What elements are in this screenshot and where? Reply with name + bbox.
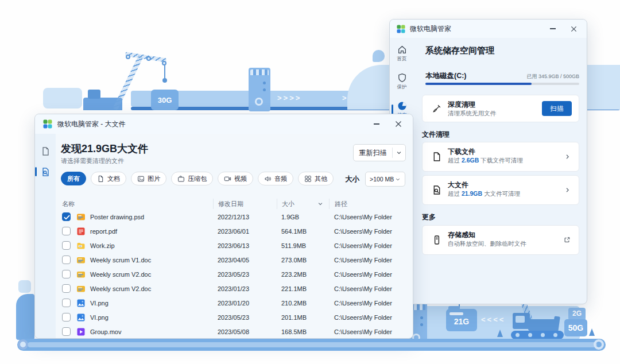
file-name: Poster drawing.psd xyxy=(90,214,144,220)
large-files-nav-icon[interactable] xyxy=(41,167,51,177)
file-path: C:\Useers\My Folder xyxy=(329,267,406,281)
file-doc-icon xyxy=(76,284,86,293)
table-row[interactable]: report.pdf2023/06/01564.1MBC:\Useers\My … xyxy=(62,224,406,238)
filter-pill-label: 所有 xyxy=(67,175,80,183)
size-filter-select[interactable]: >100 MB xyxy=(365,172,405,187)
decor-bar-wheel-right xyxy=(594,339,604,350)
decor-dozer-cab xyxy=(513,313,530,329)
sidebar-item-label: 首页 xyxy=(397,56,407,63)
file-size: 511.9MB xyxy=(277,238,329,253)
row-checkbox[interactable] xyxy=(62,212,71,221)
column-path[interactable]: 路径 xyxy=(329,199,406,209)
clean-card-0[interactable]: 下载文件超过 2.6GB 下载文件可清理 xyxy=(422,142,579,172)
name-cell: Group.mov xyxy=(62,324,213,339)
row-checkbox[interactable] xyxy=(62,299,71,307)
broom-icon xyxy=(432,103,442,114)
decor-arrows-left: <<<< xyxy=(481,315,505,324)
decor-bottom-bar-stripe xyxy=(28,342,597,347)
row-checkbox[interactable] xyxy=(62,241,71,250)
filter-pill-0[interactable]: 所有 xyxy=(61,172,86,185)
clean-card-1[interactable]: 大文件超过 21.9GB 大文件可清理 xyxy=(422,175,579,205)
shield-icon xyxy=(397,73,407,83)
table-header: 名称 修改日期 大小 路径 xyxy=(62,199,406,209)
filter-pill-3[interactable]: 压缩包 xyxy=(171,172,213,185)
name-cell: VI.png xyxy=(62,296,213,310)
filter-pill-6[interactable]: 其他 xyxy=(298,172,334,185)
file-date: 2022/12/13 xyxy=(213,210,277,224)
file-path: C:\Useers\My Folder xyxy=(329,281,406,296)
filter-pill-5[interactable]: 音频 xyxy=(258,172,293,185)
decor-hook-ball xyxy=(162,78,167,83)
decor-hook-line xyxy=(164,64,165,79)
sidebar-item-首页[interactable]: 首页 xyxy=(390,44,414,64)
chev-right-icon[interactable] xyxy=(564,187,571,193)
sort-chevron-icon[interactable] xyxy=(317,201,323,207)
row-checkbox[interactable] xyxy=(62,255,71,264)
filter-pill-4[interactable]: 视频 xyxy=(218,172,253,185)
file-date: 2023/06/13 xyxy=(213,238,277,253)
table-row[interactable]: Group.mov2023/05/08168.5MBC:\Useers\My F… xyxy=(62,324,406,339)
filter-pill-1[interactable]: 文档 xyxy=(91,172,126,185)
main-title-text: 微软电脑管家 - 大文件 xyxy=(57,119,126,129)
file-path: C:\Useers\My Folder xyxy=(329,210,406,224)
table-row[interactable]: Poster drawing.psd2022/12/131.9GBC:\Usee… xyxy=(62,210,406,224)
decor-arrows-1: >>>> xyxy=(277,94,301,102)
main-minimize-button[interactable] xyxy=(366,114,388,134)
row-checkbox[interactable] xyxy=(62,227,71,235)
close-icon xyxy=(395,121,402,127)
table-row[interactable]: Weekly scrum V2.doc2023/05/23223.2MBC:\U… xyxy=(62,267,406,281)
storage-sense-subtitle: 自动释放空间、删除临时文件 xyxy=(448,240,526,248)
file-zip-icon xyxy=(76,241,86,250)
large-files-window: 微软电脑管家 - 大文件 发现21.9GB大文件 请选择需要清理的文件 重新扫描… xyxy=(34,114,413,339)
name-cell: Poster drawing.psd xyxy=(62,210,213,224)
chev-right-icon[interactable] xyxy=(564,154,571,160)
table-row[interactable]: Work.zip2023/06/13511.9MBC:\Useers\My Fo… xyxy=(62,238,406,253)
column-name[interactable]: 名称 xyxy=(62,199,213,209)
main-close-button[interactable] xyxy=(388,114,409,134)
column-date[interactable]: 修改日期 xyxy=(213,199,277,209)
chevron-down-icon xyxy=(395,177,401,182)
table-row[interactable]: VI.png2023/05/23201.1MBC:\Useers\My Fold… xyxy=(62,310,406,324)
column-size[interactable]: 大小 xyxy=(277,199,329,209)
row-checkbox[interactable] xyxy=(62,284,71,293)
file-date: 2023/01/20 xyxy=(213,296,277,310)
file-path: C:\Useers\My Folder xyxy=(329,224,406,238)
main-titlebar[interactable]: 微软电脑管家 - 大文件 xyxy=(35,114,413,134)
filter-pill-2[interactable]: 图片 xyxy=(131,172,166,185)
panel-nav: 首页保护储存 xyxy=(390,44,414,120)
clean-card-highlight: 21.9GB xyxy=(462,190,482,197)
decor-crane-cab xyxy=(88,90,100,99)
chevron-down-icon[interactable] xyxy=(393,150,405,156)
table-row[interactable]: VI.png2023/01/20210.2MBC:\Useers\My Fold… xyxy=(62,296,406,310)
scan-button[interactable]: 扫描 xyxy=(542,101,572,116)
panel-minimize-button[interactable] xyxy=(542,20,564,38)
storage-sense-card[interactable]: 存储感知 自动释放空间、删除临时文件 xyxy=(422,225,579,255)
download-file-icon xyxy=(432,152,442,162)
file-size: 210.2MB xyxy=(277,296,329,310)
minimize-icon xyxy=(374,123,379,124)
decor-dozer-body xyxy=(528,319,556,331)
clean-card-subtitle: 超过 2.6GB 下载文件可清理 xyxy=(448,157,523,165)
file-name: Work.zip xyxy=(90,242,115,249)
name-cell: Weekly scrum V2.doc xyxy=(62,267,213,281)
grid-icon xyxy=(304,175,312,183)
sidebar-item-label: 保护 xyxy=(397,84,407,91)
table-row[interactable]: Weekly scrum V2.doc2023/01/23221.1MBC:\U… xyxy=(62,281,406,296)
file-png-icon xyxy=(76,313,86,322)
disk-progress-fill xyxy=(425,83,532,85)
download-files-nav-icon[interactable] xyxy=(41,146,51,156)
file-doc-icon xyxy=(76,270,86,279)
sidebar-item-保护[interactable]: 保护 xyxy=(390,72,414,92)
row-checkbox[interactable] xyxy=(62,270,71,278)
decor-tower xyxy=(249,68,270,111)
table-row[interactable]: Weekly scrum V1.doc2023/04/05273.0MBC:\U… xyxy=(62,253,406,267)
panel-close-button[interactable] xyxy=(563,20,584,38)
row-checkbox[interactable] xyxy=(62,313,71,322)
archive-icon xyxy=(177,175,185,183)
decor-shape-bl xyxy=(16,294,34,340)
deep-clean-title: 深度清理 xyxy=(448,100,475,110)
rescan-button[interactable]: 重新扫描 xyxy=(353,144,406,161)
file-name: report.pdf xyxy=(90,228,117,235)
deep-clean-card[interactable]: 深度清理 清理系统无用文件 扫描 xyxy=(422,95,579,122)
row-checkbox[interactable] xyxy=(62,327,71,336)
